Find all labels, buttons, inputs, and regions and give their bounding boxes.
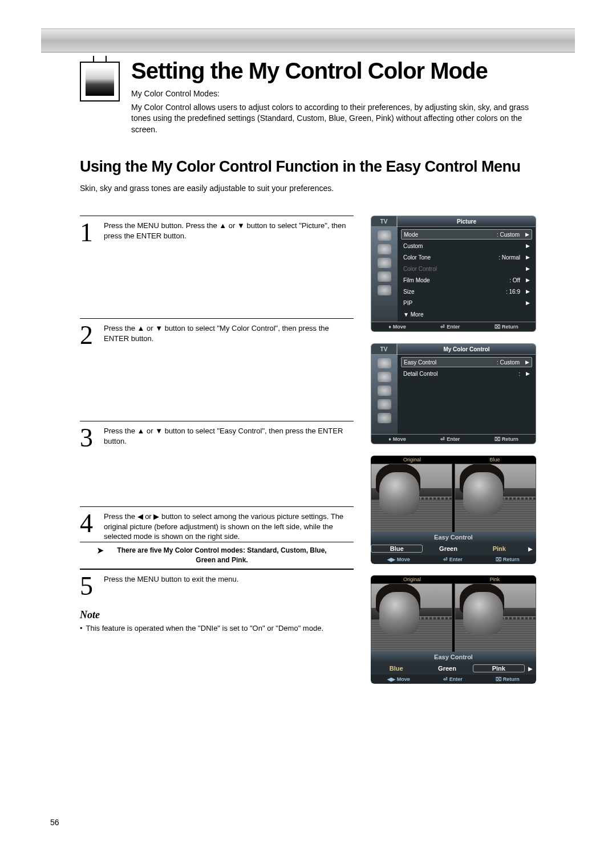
osd-icon: [378, 386, 391, 396]
section-subtitle: Skin, sky and grass tones are easily adj…: [80, 184, 536, 193]
osd-row: Color Control▶: [401, 263, 532, 274]
osd-icon: [378, 258, 391, 268]
osd-hint-enter: ⏎ Enter: [443, 557, 463, 562]
brushed-metal-header: [41, 29, 575, 52]
osd-column: TV Picture Mode: Custom▶Custom▶Color Ton…: [371, 216, 536, 684]
osd-row-label: Film Mode: [403, 277, 509, 283]
step-text: Press the ◀ or ▶ button to select among …: [104, 512, 354, 542]
page-number: 56: [50, 818, 59, 827]
title-row: Setting the My Control Color Mode My Col…: [80, 58, 536, 135]
osd-row-label: ▼ More: [403, 311, 524, 318]
osd-icon: [378, 244, 391, 254]
steps-column: 1 Press the MENU button. Press the ▲ or …: [80, 216, 354, 684]
osd-row: Easy Control: Custom▶: [401, 357, 532, 367]
note-bullet: This feature is operated when the "DNIe"…: [80, 623, 354, 634]
chevron-right-icon: ▶: [525, 666, 536, 672]
osd-footer: ◀▶ Move ⏎ Enter ⌧ Return: [371, 675, 536, 684]
pointer-icon: ➤: [97, 546, 104, 555]
osd-icon: [378, 271, 391, 282]
sample-image-adjusted: [455, 464, 536, 532]
osd-hint-enter: ⏎ Enter: [443, 676, 463, 682]
osd-hint-return: ⌧ Return: [496, 557, 520, 562]
page-content: Setting the My Control Color Mode My Col…: [80, 58, 536, 684]
osd-rows: Easy Control: Custom▶Detail Control:▶: [398, 355, 536, 434]
step-4: 4 Press the ◀ or ▶ button to select amon…: [80, 506, 354, 542]
osd-row-label: Custom: [403, 243, 520, 249]
sample-image-original: [371, 464, 452, 532]
osd-row-label: Size: [403, 289, 506, 295]
osd-hint-enter: ⏎ Enter: [440, 324, 460, 330]
compare-right-label: Pink: [453, 575, 536, 583]
osd-hint-return: ⌧ Return: [495, 436, 518, 442]
chevron-right-icon: ▶: [526, 243, 530, 249]
osd-hint-move: ◀▶ Move: [387, 676, 410, 682]
sample-image-adjusted: [455, 583, 536, 652]
title-column: Setting the My Control Color Mode My Col…: [131, 58, 536, 135]
osd-mycolorcontrol-menu: TV My Color Control Easy Control: Custom…: [371, 343, 536, 444]
step-number: 1: [80, 221, 97, 318]
osd-row-value: : Custom: [497, 232, 520, 238]
osd-icon: [378, 413, 391, 423]
note-body: This feature is operated when the "DNIe"…: [80, 623, 354, 634]
step-number: 3: [80, 426, 97, 506]
osd-row: Mode: Custom▶: [401, 229, 532, 240]
main-title: Setting the My Control Color Mode: [131, 58, 536, 84]
note-heading: Note: [80, 609, 354, 621]
osd-hint-enter: ⏎ Enter: [440, 436, 460, 442]
chevron-right-icon: ▶: [526, 371, 530, 376]
easy-control-option: Green: [423, 545, 473, 552]
osd-source-tab: TV: [371, 216, 397, 227]
osd-row-label: Color Tone: [403, 254, 499, 261]
osd-easycontrol-pink: Original Pink Easy Control BlueGreenPink…: [371, 575, 536, 684]
osd-row-label: Detail Control: [403, 371, 518, 377]
osd-row: Film Mode: Off▶: [401, 275, 532, 285]
osd-icon: [378, 285, 391, 295]
step-callout-note: ➤ There are five My Color Control modes:…: [80, 542, 354, 569]
step-text: Press the MENU button to exit the menu.: [104, 574, 354, 598]
easy-control-option: Pink: [473, 664, 525, 672]
compare-left-label: Original: [371, 575, 453, 583]
chevron-right-icon: ▶: [526, 277, 530, 283]
step-text: Press the ▲ or ▼ button to select "My Co…: [104, 323, 354, 421]
tv-icon: [80, 62, 120, 102]
osd-row-value: : 16:9: [506, 289, 520, 295]
osd-hint-move: ◀▶ Move: [387, 557, 410, 562]
osd-hint-move: ♦ Move: [388, 436, 406, 442]
step-number: 4: [80, 512, 97, 542]
osd-source-tab: TV: [371, 343, 397, 355]
osd-row-value: :: [518, 371, 520, 377]
step-3: 3 Press the ▲ or ▼ button to select "Eas…: [80, 421, 354, 506]
intro-label: My Color Control Modes:: [131, 88, 536, 100]
easy-control-title: Easy Control: [371, 652, 536, 662]
osd-picture-menu: TV Picture Mode: Custom▶Custom▶Color Ton…: [371, 216, 536, 332]
osd-easycontrol-blue: Original Blue Easy Control BlueGreenPink…: [371, 456, 536, 564]
osd-row: Color Tone: Normal▶: [401, 252, 532, 262]
osd-footer: ◀▶ Move ⏎ Enter ⌧ Return: [371, 555, 536, 564]
osd-hint-move: ♦ Move: [388, 324, 406, 330]
osd-row-label: Easy Control: [404, 359, 497, 366]
compare-right-label: Blue: [453, 456, 536, 464]
osd-row-label: Mode: [404, 232, 497, 238]
easy-control-option: Green: [422, 665, 472, 672]
osd-footer: ♦ Move ⏎ Enter ⌧ Return: [371, 322, 536, 332]
intro-block: My Color Control Modes: My Color Control…: [131, 88, 536, 135]
chevron-right-icon: ▶: [525, 232, 529, 237]
easy-control-title: Easy Control: [371, 532, 536, 542]
osd-title: My Color Control: [397, 343, 536, 355]
sample-image-original: [371, 583, 452, 652]
easy-control-option: Blue: [371, 545, 423, 553]
osd-side-icons: [371, 227, 398, 322]
easy-control-option: Pink: [474, 545, 525, 552]
easy-control-option: Blue: [371, 665, 422, 672]
osd-footer: ♦ Move ⏎ Enter ⌧ Return: [371, 435, 536, 444]
osd-icon: [378, 372, 391, 382]
chevron-right-icon: ▶: [526, 300, 530, 306]
osd-row: Custom▶: [401, 241, 532, 251]
step-5: 5 Press the MENU button to exit the menu…: [80, 569, 354, 598]
osd-row-value: : Normal: [499, 254, 520, 261]
osd-row: Detail Control:▶: [401, 368, 532, 379]
osd-icon: [378, 358, 391, 368]
step-number: 5: [80, 574, 97, 598]
osd-title: Picture: [397, 216, 536, 227]
step-callout-text: There are five My Color Control modes: S…: [107, 546, 337, 565]
